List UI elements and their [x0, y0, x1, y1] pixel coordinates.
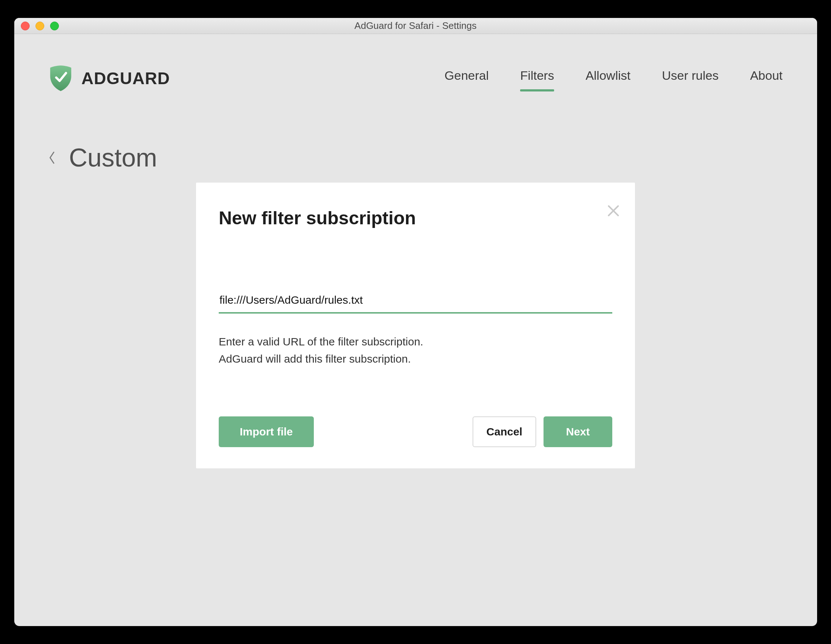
window-minimize-button[interactable] [35, 22, 44, 30]
modal-title: New filter subscription [219, 207, 612, 229]
shield-check-icon [49, 65, 73, 92]
chevron-left-icon[interactable] [49, 151, 55, 164]
page-title: Custom [69, 143, 157, 172]
header-row: ADGUARD General Filters Allowlist User r… [49, 65, 783, 92]
nav-filters[interactable]: Filters [520, 69, 554, 89]
new-filter-modal: New filter subscription Enter a valid UR… [196, 183, 635, 469]
modal-footer: Import file Cancel Next [219, 416, 612, 447]
next-button[interactable]: Next [543, 416, 612, 447]
import-file-button[interactable]: Import file [219, 416, 314, 447]
traffic-lights [21, 22, 59, 30]
window-title: AdGuard for Safari - Settings [14, 20, 817, 32]
close-icon [607, 204, 619, 217]
helper-line-2: AdGuard will add this filter subscriptio… [219, 351, 612, 368]
brand: ADGUARD [49, 65, 170, 92]
helper-line-1: Enter a valid URL of the filter subscrip… [219, 333, 612, 351]
cancel-button[interactable]: Cancel [473, 416, 536, 447]
breadcrumb: Custom [49, 143, 783, 172]
helper-text: Enter a valid URL of the filter subscrip… [219, 333, 612, 367]
window-close-button[interactable] [21, 22, 30, 30]
nav-allowlist[interactable]: Allowlist [586, 69, 630, 89]
brand-name: ADGUARD [81, 69, 170, 88]
modal-close-button[interactable] [607, 204, 619, 217]
top-nav: General Filters Allowlist User rules Abo… [444, 69, 782, 89]
nav-general[interactable]: General [444, 69, 489, 89]
filter-url-input[interactable] [219, 290, 612, 314]
window-maximize-button[interactable] [50, 22, 59, 30]
app-window: AdGuard for Safari - Settings ADGUARD [14, 18, 817, 626]
titlebar: AdGuard for Safari - Settings [14, 18, 817, 34]
content-area: ADGUARD General Filters Allowlist User r… [14, 34, 817, 626]
nav-about[interactable]: About [750, 69, 783, 89]
nav-user-rules[interactable]: User rules [662, 69, 719, 89]
